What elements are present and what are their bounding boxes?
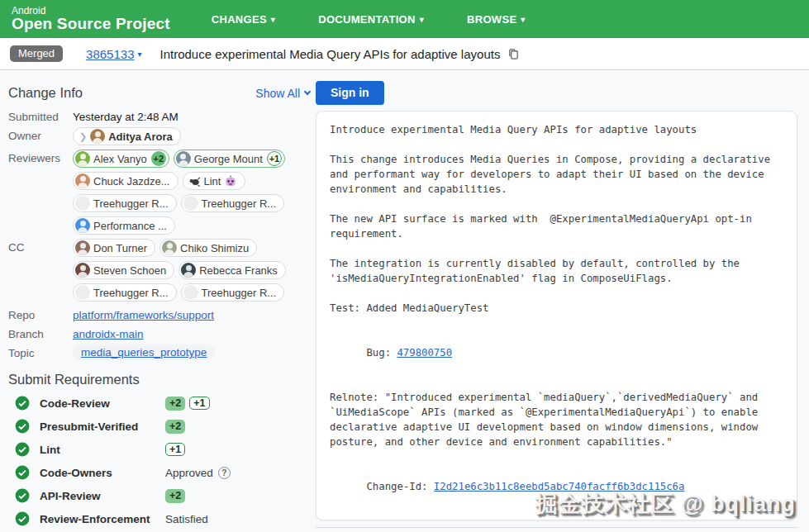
owner-chip[interactable]: ❯ Aditya Arora	[73, 127, 181, 145]
requirement-label: Review-Enforcement	[40, 513, 165, 525]
nav-documentation[interactable]: DOCUMENTATION ▾	[318, 13, 424, 26]
aosp-logo[interactable]: Android Open Source Project	[12, 6, 170, 33]
branch-link[interactable]: androidx-main	[73, 328, 144, 340]
avatar	[162, 240, 177, 255]
avatar	[183, 285, 198, 300]
submitted-label: Submitted	[8, 108, 73, 123]
comments-checks-section: Comments 1 unresolved 34 resolved Create…	[316, 527, 797, 532]
chevron-down-icon: ▾	[271, 15, 275, 24]
reviewer-chip[interactable]: Lint	[183, 172, 246, 190]
cc-name: Treehugger R...	[93, 287, 169, 299]
submit-requirements-heading: Submit Requirements	[8, 372, 310, 387]
repo-link[interactable]: platform/frameworks/support	[73, 309, 214, 321]
commit-line: and performant way for developers to ada…	[330, 167, 783, 182]
help-icon[interactable]: ?	[218, 467, 231, 479]
change-info-heading: Change Info	[8, 85, 83, 101]
check-circle-icon	[15, 419, 30, 434]
vote-badge[interactable]: +1	[165, 443, 185, 456]
reviewer-chip[interactable]: Treehugger R...	[181, 194, 285, 212]
topic-chip[interactable]: media_queries_prototype	[73, 344, 215, 360]
nav-browse[interactable]: BROWSE ▾	[467, 13, 526, 26]
avatar	[75, 196, 90, 211]
check-circle-icon	[15, 396, 30, 411]
main-content: Sign in Introduce experimental Media Que…	[316, 70, 797, 532]
commit-line: 'isMediaQueryIntegrationEnabled' flag in…	[330, 271, 783, 286]
chevron-down-icon: ▾	[420, 15, 424, 24]
bug-label: Bug:	[366, 347, 397, 359]
change-number-link[interactable]: 3865133	[86, 47, 134, 61]
vote-badge: +1	[267, 151, 282, 166]
chevron-down-icon[interactable]: ▾	[137, 50, 141, 59]
sign-in-button[interactable]: Sign in	[316, 81, 384, 105]
requirement-status: Approved	[165, 467, 213, 479]
reviewer-chip[interactable]: Performance ...	[73, 216, 175, 235]
avatar	[176, 151, 191, 166]
vote-badge: +2	[151, 151, 166, 166]
copy-icon[interactable]	[507, 48, 520, 60]
bug-link[interactable]: 479800750	[397, 347, 452, 359]
lint-bug-icon	[188, 176, 201, 187]
requirement-label: Lint	[40, 444, 165, 456]
requirement-row: Review-Enforcement Satisfied	[8, 511, 310, 526]
cc-chip[interactable]: Steven Schoen	[73, 261, 174, 279]
vote-badge[interactable]: +2	[165, 397, 185, 411]
reviewer-name: Treehugger R...	[93, 197, 169, 210]
reviewer-chip[interactable]: George Mount +1	[174, 150, 285, 168]
avatar	[183, 196, 198, 211]
cc-chip[interactable]: Treehugger R...	[181, 283, 285, 302]
owner-label: Owner	[8, 127, 73, 142]
avatar	[75, 218, 90, 233]
avatar	[75, 285, 90, 300]
cc-chip[interactable]: Rebecca Franks	[178, 261, 286, 279]
reviewer-chip[interactable]: Alex Vanyo +2	[73, 150, 169, 168]
nav-changes[interactable]: CHANGES ▾	[212, 13, 275, 26]
commit-line: environment and capabilities.	[330, 182, 783, 197]
avatar	[181, 263, 196, 278]
reviewers-label: Reviewers	[8, 150, 73, 164]
vote-badge[interactable]: +2	[165, 489, 185, 503]
requirement-row: API-Review +2	[8, 488, 310, 503]
requirement-row: Code-Owners Approved ?	[8, 465, 310, 480]
check-circle-icon	[15, 442, 30, 457]
reviewer-name: Alex Vanyo	[93, 153, 147, 165]
reviewer-name: Chuck Jazdze...	[93, 175, 170, 188]
chevron-down-icon: ▾	[521, 15, 525, 24]
avatar	[75, 240, 90, 255]
requirement-label: Code-Review	[40, 397, 165, 410]
cc-name: Treehugger R...	[202, 287, 277, 299]
show-all-button[interactable]: Show All	[255, 87, 310, 100]
avatar	[75, 151, 90, 166]
reviewer-chip[interactable]: Chuck Jazdze...	[73, 172, 178, 190]
reviewer-name: Performance ...	[93, 220, 167, 232]
topic-link[interactable]: media_queries_prototype	[81, 346, 207, 359]
cc-chip[interactable]: Treehugger R...	[73, 283, 177, 302]
reviewer-chip[interactable]: Treehugger R...	[73, 194, 177, 212]
cc-chip[interactable]: Don Turner	[73, 239, 155, 257]
change-header-bar: Merged 3865133 ▾ Introduce experimental …	[0, 38, 809, 70]
chevron-down-icon	[304, 88, 311, 95]
robot-icon	[224, 175, 237, 188]
watermark: 掘金技术社区 @ bqliang	[535, 489, 796, 519]
commit-line: The integration is currently disabled by…	[330, 256, 783, 271]
owner-name: Aditya Arora	[108, 131, 173, 143]
requirement-label: API-Review	[40, 490, 165, 502]
commit-test-line: Test: Added MediaQueryTest	[330, 301, 783, 316]
status-badge: Merged	[10, 45, 63, 62]
change-title: Introduce experimental Media Query APIs …	[160, 47, 501, 61]
branch-label: Branch	[8, 325, 73, 340]
topic-label: Topic	[8, 344, 73, 359]
check-circle-icon	[15, 465, 30, 480]
vote-badge[interactable]: +2	[165, 420, 185, 434]
reviewers-list: Alex Vanyo +2 George Mount +1 Chuck Jazd…	[73, 150, 310, 235]
reviewer-name: Lint	[204, 175, 221, 188]
cc-label: CC	[8, 239, 73, 254]
change-info-panel: Change Info Show All Submitted Yesterday…	[8, 85, 310, 532]
requirement-row: Presubmit-Verified +2	[8, 419, 310, 434]
main-nav: CHANGES ▾ DOCUMENTATION ▾ BROWSE ▾	[212, 13, 526, 26]
commit-relnote-line: posture, and other device and environmen…	[330, 435, 783, 449]
vote-badge[interactable]: +1	[189, 397, 209, 410]
nav-changes-label: CHANGES	[212, 13, 267, 26]
cc-chip[interactable]: Chiko Shimizu	[159, 239, 257, 257]
requirement-status: Satisfied	[165, 513, 208, 525]
requirement-label: Presubmit-Verified	[40, 420, 165, 433]
